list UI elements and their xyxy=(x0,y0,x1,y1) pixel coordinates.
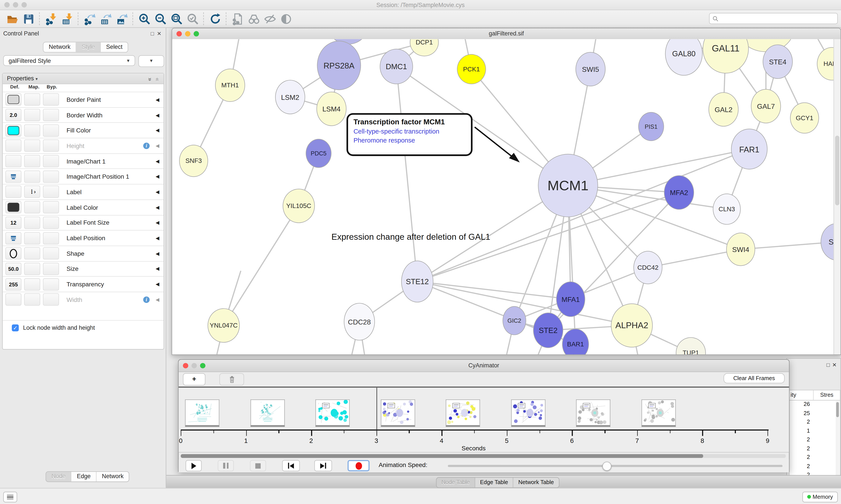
frame-thumbnail-3[interactable] xyxy=(381,399,415,427)
bypass-cell[interactable] xyxy=(43,278,59,290)
search-input[interactable] xyxy=(719,15,828,22)
mapping-cell[interactable] xyxy=(24,232,40,244)
network-node-cdc42[interactable]: CDC42 xyxy=(633,251,662,284)
network-node-ste2[interactable]: STE2 xyxy=(533,313,563,348)
expand-row-icon[interactable]: ◀ xyxy=(156,112,159,118)
expand-row-icon[interactable]: ◀ xyxy=(156,174,159,179)
mapping-cell[interactable] xyxy=(24,170,40,183)
bypass-cell[interactable] xyxy=(43,109,59,121)
column-stress[interactable]: Stres xyxy=(813,390,840,400)
zoom-out-button[interactable] xyxy=(153,12,168,26)
expand-row-icon[interactable]: ◀ xyxy=(156,205,159,210)
clear-all-frames-button[interactable]: Clear All Frames xyxy=(723,373,785,383)
tab-node-table[interactable]: Node Table xyxy=(436,478,475,487)
import-network-button[interactable] xyxy=(43,12,59,26)
window-zoom-icon[interactable] xyxy=(194,31,199,36)
frame-thumbnail-1[interactable] xyxy=(250,399,285,427)
default-value-cell[interactable] xyxy=(5,155,21,167)
frame-thumbnail-4[interactable] xyxy=(446,399,480,427)
table-row[interactable]: 26 xyxy=(789,400,840,409)
open-session-button[interactable] xyxy=(4,12,20,26)
network-node-yil105c[interactable]: YIL105C xyxy=(283,189,315,223)
memory-button[interactable]: Memory xyxy=(803,492,838,502)
app-minimize-icon[interactable] xyxy=(13,2,18,7)
mapping-cell[interactable] xyxy=(24,293,40,306)
network-node-ste12[interactable]: STE12 xyxy=(401,260,433,302)
import-table-button[interactable] xyxy=(59,12,75,26)
panel-tab-network[interactable]: Network xyxy=(96,472,129,482)
table-row[interactable]: 2 xyxy=(789,463,840,471)
style-options-button[interactable]: ▼ xyxy=(139,55,164,67)
timeline-horizontal-scrollbar[interactable] xyxy=(181,454,786,458)
table-row[interactable]: 2 xyxy=(789,436,840,445)
skip-to-start-button[interactable] xyxy=(282,460,300,471)
window-minimize-icon[interactable] xyxy=(192,363,197,368)
frame-thumbnail-5[interactable] xyxy=(511,399,545,427)
animation-speed-slider[interactable] xyxy=(448,465,783,467)
network-node-lsm4[interactable]: LSM4 xyxy=(317,92,346,126)
pause-button[interactable] xyxy=(218,460,234,471)
default-value-cell[interactable]: 12 xyxy=(5,217,21,229)
expand-row-icon[interactable]: ◀ xyxy=(156,189,159,194)
properties-header[interactable]: Properties ▾ « « xyxy=(3,74,164,84)
bypass-cell[interactable] xyxy=(43,293,59,306)
frame-thumbnail-7[interactable] xyxy=(642,399,676,427)
network-canvas[interactable]: DCP1RPS28ADMC1PCK1SWI5GAL80GAL11STE4HAP2… xyxy=(172,39,834,355)
expand-row-icon[interactable]: ◀ xyxy=(156,220,159,225)
mapping-cell[interactable] xyxy=(24,263,40,275)
frame-thumbnail-2[interactable] xyxy=(315,399,350,427)
window-close-icon[interactable] xyxy=(177,31,182,36)
expand-row-icon[interactable]: ◀ xyxy=(156,128,159,133)
app-close-icon[interactable] xyxy=(4,2,10,7)
mapping-cell[interactable] xyxy=(24,93,40,106)
bypass-cell[interactable] xyxy=(43,93,59,106)
mapping-cell[interactable] xyxy=(24,140,40,152)
network-node-gal7[interactable]: GAL7 xyxy=(751,89,781,124)
export-image-button[interactable] xyxy=(114,12,130,26)
network-doc-button[interactable] xyxy=(230,12,246,26)
tab-style[interactable]: Style xyxy=(76,42,101,52)
animation-speed-thumb[interactable] xyxy=(602,462,611,471)
skip-to-end-button[interactable] xyxy=(314,460,332,471)
default-value-cell[interactable]: 255 xyxy=(5,278,21,290)
style-selector[interactable]: galFiltered Style▼ xyxy=(3,55,135,66)
panel-float-icon[interactable]: □ xyxy=(151,31,154,37)
table-row[interactable]: 2 xyxy=(789,445,840,453)
bypass-cell[interactable] xyxy=(43,201,59,214)
bypass-cell[interactable] xyxy=(43,263,59,275)
tab-edge-table[interactable]: Edge Table xyxy=(475,478,514,487)
collapse-all-icon[interactable]: « xyxy=(153,78,162,81)
mapping-cell[interactable] xyxy=(24,201,40,214)
find-button[interactable] xyxy=(246,12,262,26)
window-minimize-icon[interactable] xyxy=(185,31,190,36)
network-node-gic2[interactable]: GIC2 xyxy=(503,306,526,335)
network-node-pck1[interactable]: PCK1 xyxy=(457,54,486,84)
frame-thumbnail-0[interactable] xyxy=(185,399,219,427)
network-node-dmc1[interactable]: DMC1 xyxy=(380,49,413,84)
mapping-cell[interactable] xyxy=(24,217,40,229)
network-vertical-scrollbar[interactable] xyxy=(834,39,841,355)
column-radiality[interactable]: ity xyxy=(789,390,813,400)
search-box[interactable] xyxy=(709,13,838,24)
save-session-button[interactable] xyxy=(20,12,36,26)
network-node-mth1[interactable]: MTH1 xyxy=(215,69,245,102)
expand-row-icon[interactable]: ◀ xyxy=(156,251,159,256)
table-scrollbar[interactable] xyxy=(836,401,839,484)
show-panels-button[interactable] xyxy=(3,492,17,502)
record-button[interactable] xyxy=(347,460,370,471)
delete-frame-button[interactable] xyxy=(219,373,244,385)
network-node-cln3[interactable]: CLN3 xyxy=(713,194,741,224)
table-float-icon[interactable]: □ xyxy=(826,362,830,368)
network-node-far1[interactable]: FAR1 xyxy=(731,129,768,169)
mapping-cell[interactable] xyxy=(24,247,40,260)
timeline[interactable]: 0123456789 Seconds xyxy=(179,388,789,453)
tab-network-table[interactable]: Network Table xyxy=(513,478,559,487)
add-frame-button[interactable]: + xyxy=(183,373,205,385)
zoom-in-button[interactable] xyxy=(136,12,152,26)
default-value-cell[interactable] xyxy=(5,170,21,183)
default-value-cell[interactable]: 2.0 xyxy=(5,109,21,121)
panel-close-icon[interactable]: ✕ xyxy=(157,31,162,37)
lock-size-checkbox[interactable]: ✓ xyxy=(12,324,19,331)
expand-row-icon[interactable]: ◀ xyxy=(156,282,159,287)
table-close-icon[interactable]: ✕ xyxy=(832,362,837,368)
